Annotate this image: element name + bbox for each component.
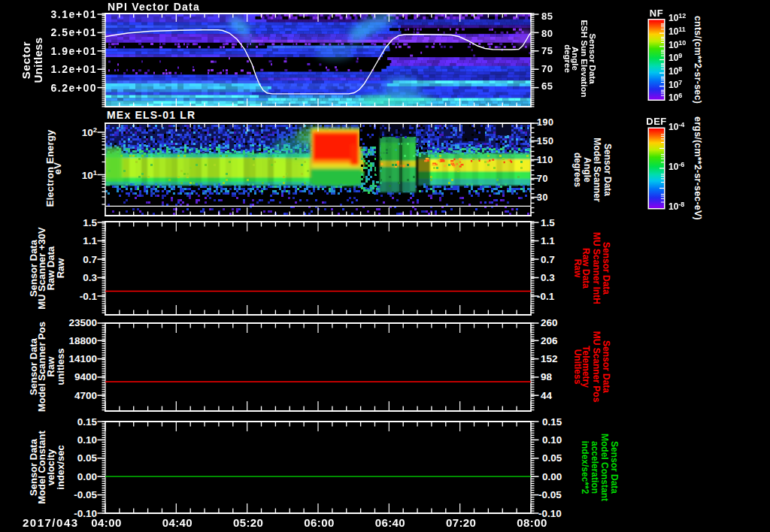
svg-text:0.15: 0.15 (77, 416, 98, 428)
svg-text:08:00: 08:00 (517, 516, 547, 529)
svg-text:cnts/(cm**2-sr-sec): cnts/(cm**2-sr-sec) (693, 16, 703, 104)
svg-text:0.05: 0.05 (77, 452, 98, 464)
svg-text:05:20: 05:20 (233, 516, 263, 529)
svg-text:DEF: DEF (646, 116, 667, 127)
svg-text:07:20: 07:20 (446, 516, 476, 529)
svg-text:0.05: 0.05 (542, 452, 562, 464)
svg-text:110: 110 (537, 155, 553, 165)
svg-text:1.9e+01: 1.9e+01 (51, 45, 98, 57)
svg-text:2.5e+01: 2.5e+01 (51, 26, 98, 38)
svg-text:150: 150 (537, 136, 553, 147)
svg-text:0.7: 0.7 (541, 254, 555, 265)
svg-text:MU Scanner IntH: MU Scanner IntH (591, 232, 602, 304)
svg-text:9400: 9400 (74, 371, 97, 382)
svg-text:0.00: 0.00 (77, 471, 97, 482)
svg-text:1.1: 1.1 (541, 235, 555, 246)
svg-text:85: 85 (541, 11, 553, 22)
svg-text:0.10: 0.10 (77, 434, 97, 446)
svg-text:index/sec**2: index/sec**2 (580, 441, 590, 494)
svg-text:Sensor Data: Sensor Data (609, 441, 620, 494)
svg-text:65: 65 (541, 80, 553, 92)
svg-text:75: 75 (541, 45, 553, 56)
svg-text:Raw: Raw (55, 258, 66, 279)
svg-text:Model Constant: Model Constant (599, 434, 610, 501)
svg-text:1.2e+01: 1.2e+01 (51, 63, 98, 75)
svg-text:06:00: 06:00 (304, 516, 334, 529)
svg-text:6.2e+00: 6.2e+00 (51, 82, 98, 94)
svg-text:Unitless: Unitless (32, 38, 44, 83)
svg-text:1.5: 1.5 (541, 217, 555, 228)
svg-text:04:00: 04:00 (91, 516, 121, 529)
svg-text:degrees: degrees (572, 153, 583, 187)
svg-text:-0.1: -0.1 (537, 291, 555, 302)
svg-text:-0.1: -0.1 (80, 291, 98, 302)
svg-text:260: 260 (541, 317, 558, 328)
svg-text:MU Scanner Pos: MU Scanner Pos (591, 331, 602, 403)
svg-text:Sensor Data: Sensor Data (602, 144, 613, 196)
svg-text:70: 70 (537, 174, 548, 184)
svg-text:206: 206 (541, 335, 558, 346)
svg-text:2017/043: 2017/043 (23, 516, 79, 529)
svg-text:4700: 4700 (74, 390, 97, 401)
svg-text:98: 98 (541, 371, 553, 382)
svg-text:190: 190 (537, 117, 553, 128)
svg-text:152: 152 (541, 353, 558, 364)
svg-text:23500: 23500 (68, 317, 97, 328)
svg-text:index/sec: index/sec (55, 445, 66, 489)
svg-text:14100: 14100 (68, 353, 97, 364)
svg-text:ergs/(cm**2-sr-sec-eV): ergs/(cm**2-sr-sec-eV) (693, 116, 703, 220)
svg-text:0.15: 0.15 (542, 416, 562, 428)
svg-text:Sensor Data: Sensor Data (588, 33, 597, 84)
svg-text:0.7: 0.7 (83, 254, 97, 265)
svg-text:18800: 18800 (68, 335, 97, 346)
svg-text:06:40: 06:40 (375, 516, 405, 529)
svg-text:NPI Vector Data: NPI Vector Data (108, 1, 200, 13)
svg-text:0.3: 0.3 (541, 272, 555, 283)
svg-text:Sensor Data: Sensor Data (601, 242, 611, 295)
svg-text:04:40: 04:40 (162, 516, 192, 529)
svg-text:Unitless: Unitless (572, 349, 583, 385)
svg-text:Sector: Sector (20, 41, 32, 79)
svg-text:ESH Sun Elevation: ESH Sun Elevation (580, 20, 589, 98)
svg-text:unitless: unitless (55, 348, 66, 385)
svg-text:0.10: 0.10 (542, 434, 562, 446)
svg-text:3.1e+01: 3.1e+01 (51, 8, 98, 20)
svg-text:30: 30 (537, 192, 548, 203)
svg-text:1.5: 1.5 (83, 217, 97, 228)
svg-text:NF: NF (650, 8, 663, 19)
svg-text:-0.05: -0.05 (74, 489, 97, 500)
svg-text:44: 44 (541, 390, 553, 401)
svg-text:Angle: Angle (582, 157, 593, 183)
svg-text:Raw: Raw (572, 259, 583, 278)
svg-text:degree: degree (563, 44, 572, 73)
svg-text:0.3: 0.3 (83, 272, 97, 283)
svg-text:1.1: 1.1 (83, 235, 97, 246)
svg-text:eV: eV (52, 162, 63, 174)
svg-text:80: 80 (541, 28, 553, 39)
svg-text:-0.05: -0.05 (538, 489, 562, 500)
svg-text:Model Scanner: Model Scanner (592, 138, 602, 202)
svg-text:0.00: 0.00 (542, 471, 562, 482)
svg-text:Sensor Data: Sensor Data (601, 340, 611, 393)
svg-text:70: 70 (541, 63, 553, 74)
svg-text:MEx ELS-01 LR: MEx ELS-01 LR (107, 109, 196, 121)
